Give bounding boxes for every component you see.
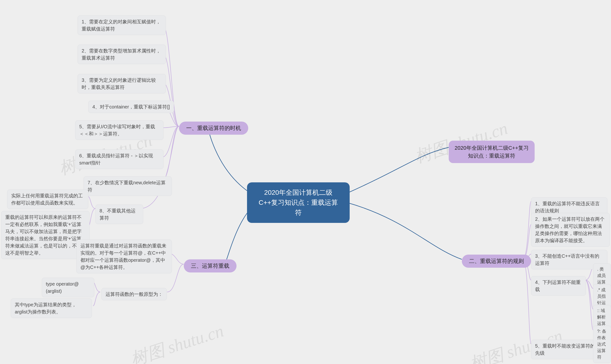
branch-1[interactable]: 一、重载运算符的时机 [179,122,248,135]
branch1-item-4[interactable]: 4、对于container，重载下标运算符[] [88,101,174,113]
watermark: 树图 shutu.cn [128,319,226,364]
branch2-item-4-sub-4[interactable]: ?: 条件表达式运算符 [593,326,611,363]
root-node[interactable]: 2020年全国计算机二级C++复习知识点：重载运算符 [247,182,350,223]
branch2-item-4[interactable]: 4、下列运算符不能重载 [531,276,586,296]
branch1-item-8[interactable]: 8、不重载其他运算符 [96,205,143,224]
branch3-item-2-sub-1[interactable]: type operator@ (arglist) [42,278,94,297]
branch3-item-1[interactable]: 运算符重载是通过对运算符函数的重载来实现的。对于每一个运算符@，在C++中都对应… [76,240,172,273]
branch1-item-1[interactable]: 1、需要在定义的对象间相互赋值时，重载赋值运算符 [78,15,166,35]
branch1-item-8-sub-1[interactable]: 实际上任何用重载运算符完成的工作都可以使用成员函数来实现。 [7,190,88,209]
branch-3[interactable]: 三、运算符重载 [184,259,236,273]
branch-2[interactable]: 二、重载运算符的规则 [462,255,531,268]
mindmap-canvas: 树图 shutu.cn 树图 shutu.cn 树图 shutu.cn 树图 s… [0,0,611,364]
branch-right-top[interactable]: 2020年全国计算机二级C++复习知识点：重载运算符 [449,141,535,163]
branch1-item-7[interactable]: 7、在少数情况下重载new,delete运算符 [83,176,172,196]
branch3-item-2-sub-2[interactable]: 其中type为运算结果的类型，arglist为操作数列表。 [11,299,92,318]
branch1-item-3[interactable]: 3、需要为定义的对象进行逻辑比较时，重载关系运算符 [78,74,166,93]
branch2-item-2[interactable]: 2、如果一个运算符可以放在两个操作数之间，就可以重载它来满足类操作的需要，哪怕这… [531,213,610,247]
branch1-item-5[interactable]: 5、需要从I/O流中读写对象时，重载＜＜和＞＞运算符。 [75,120,164,140]
branch1-item-6[interactable]: 6、重载成员指针运算符 - ＞以实现smart指针 [75,149,164,169]
branch1-item-2[interactable]: 2、需要在数字类型增加算术属性时，重载算术运算符 [78,45,166,64]
branch3-item-2[interactable]: 运算符函数的一般原型为： [101,288,167,300]
